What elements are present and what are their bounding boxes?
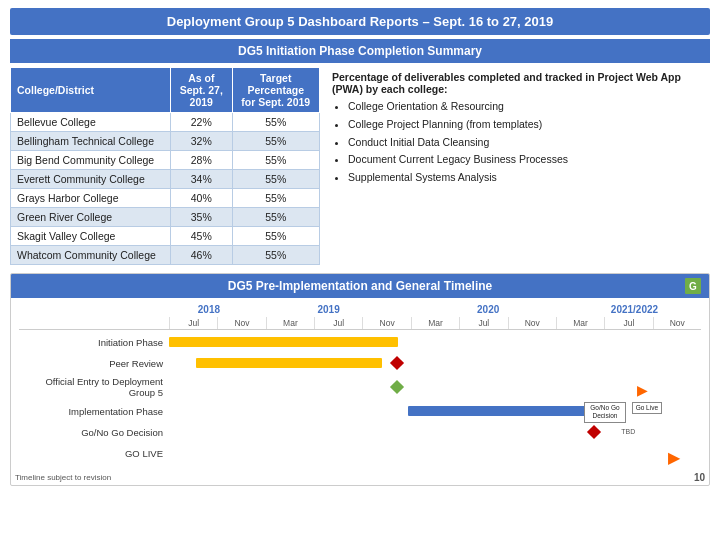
table-row: Grays Harbor College 40% 55% [11,189,320,208]
cell-target: 55% [232,151,319,170]
cell-asof: 35% [171,208,233,227]
initiation-section: College/District As ofSept. 27, 2019 Tar… [10,67,710,265]
page-number: 10 [694,472,705,483]
cell-college: Skagit Valley College [11,227,171,246]
tl-track-peer-review [169,356,701,370]
tl-label-official-entry: Official Entry to Deployment Group 5 [19,376,169,398]
cell-college: Whatcom Community College [11,246,171,265]
month-nov-2018: Nov [217,317,265,329]
month-jul-2018: Jul [169,317,217,329]
tbd-label: TBD [621,428,635,435]
year-2018: 2018 [169,304,249,315]
tl-label-golive: GO LIVE [19,448,169,459]
tl-bar-initiation [169,337,398,347]
g-badge: G [685,278,701,294]
tl-row-implementation: Implementation Phase Go/No GoDecision Go… [19,403,701,419]
col-header-asof: As ofSept. 27, 2019 [171,68,233,113]
tl-row-gonogo: Go/No Go Decision TBD [19,424,701,440]
cell-college: Grays Harbor College [11,189,171,208]
table-row: Skagit Valley College 45% 55% [11,227,320,246]
tl-arrow-golive: ▶ [668,448,680,467]
notes-item: Supplemental Systems Analysis [348,170,704,186]
notes-item: College Orientation & Resourcing [348,99,704,115]
timeline-header: DG5 Pre-Implementation and General Timel… [11,274,709,298]
tl-track-official-entry: ▶ [169,380,701,394]
table-header-row: College/District As ofSept. 27, 2019 Tar… [11,68,320,113]
tl-row-official-entry: Official Entry to Deployment Group 5 ▶ [19,376,701,398]
tl-bar-peer-review [196,358,382,368]
col-header-district: College/District [11,68,171,113]
month-mar-2020: Mar [411,317,459,329]
year-row: 2018 2019 2020 2021/2022 [19,304,701,315]
cell-asof: 28% [171,151,233,170]
tl-arrow-official-entry: ▶ [637,382,648,398]
notes-title: Percentage of deliverables completed and… [332,71,704,95]
cell-asof: 34% [171,170,233,189]
cell-target: 55% [232,113,319,132]
table-row: Everett Community College 34% 55% [11,170,320,189]
cell-target: 55% [232,170,319,189]
gonogo-box: Go/No GoDecision [584,402,626,423]
notes-box: Percentage of deliverables completed and… [326,67,710,265]
table-row: Whatcom Community College 46% 55% [11,246,320,265]
tl-label-initiation: Initiation Phase [19,337,169,348]
timeline-body: 2018 2019 2020 2021/2022 Jul Nov Mar Jul… [11,298,709,470]
initiation-section-header: DG5 Initiation Phase Completion Summary [10,39,710,63]
notes-item: College Project Planning (from templates… [348,117,704,133]
cell-target: 55% [232,208,319,227]
tl-row-peer-review: Peer Review [19,355,701,371]
cell-target: 55% [232,132,319,151]
revision-note: Timeline subject to revision [15,473,111,482]
month-mar-2021: Mar [556,317,604,329]
year-2021: 2021/2022 [568,304,701,315]
golive-box: Go Live [632,402,662,414]
cell-asof: 45% [171,227,233,246]
month-mar-2019: Mar [266,317,314,329]
cell-target: 55% [232,189,319,208]
timeline-title: DG5 Pre-Implementation and General Timel… [228,279,493,293]
month-jul-2021: Jul [604,317,652,329]
tl-track-initiation [169,335,701,349]
cell-target: 55% [232,227,319,246]
cell-target: 55% [232,246,319,265]
table-row: Green River College 35% 55% [11,208,320,227]
page-title: Deployment Group 5 Dashboard Reports – S… [10,8,710,35]
year-2019: 2019 [249,304,409,315]
timeline-section: DG5 Pre-Implementation and General Timel… [10,273,710,486]
cell-college: Bellingham Technical College [11,132,171,151]
cell-college: Green River College [11,208,171,227]
year-2020: 2020 [408,304,568,315]
cell-college: Bellevue College [11,113,171,132]
notes-item: Conduct Initial Data Cleansing [348,135,704,151]
tl-diamond-official-entry [390,380,404,394]
tl-row-initiation: Initiation Phase [19,334,701,350]
notes-item: Document Current Legacy Business Process… [348,152,704,168]
month-jul-2019: Jul [314,317,362,329]
tl-label-gonogo: Go/No Go Decision [19,427,169,438]
table-row: Big Bend Community College 28% 55% [11,151,320,170]
month-row: Jul Nov Mar Jul Nov Mar Jul Nov Mar Jul … [19,317,701,330]
tl-bar-implementation [408,406,594,416]
cell-asof: 32% [171,132,233,151]
main-wrapper: Deployment Group 5 Dashboard Reports – S… [0,0,720,494]
cell-college: Big Bend Community College [11,151,171,170]
tl-diamond-gonogo [587,425,601,439]
cell-asof: 46% [171,246,233,265]
notes-list: College Orientation & ResourcingCollege … [332,99,704,186]
tl-track-golive: ▶ [169,446,701,460]
tl-label-implementation: Implementation Phase [19,406,169,417]
cell-college: Everett Community College [11,170,171,189]
tl-diamond-peer-review [390,356,404,370]
completion-table-container: College/District As ofSept. 27, 2019 Tar… [10,67,320,265]
month-jul-2020: Jul [459,317,507,329]
month-nov-2021: Nov [653,317,701,329]
timeline-footer: Timeline subject to revision 10 [11,470,709,485]
month-nov-2019: Nov [362,317,410,329]
col-header-target: Target Percentagefor Sept. 2019 [232,68,319,113]
tl-label-peer-review: Peer Review [19,358,169,369]
completion-table: College/District As ofSept. 27, 2019 Tar… [10,67,320,265]
table-row: Bellevue College 22% 55% [11,113,320,132]
month-nov-2020: Nov [508,317,556,329]
cell-asof: 22% [171,113,233,132]
tl-row-golive: GO LIVE ▶ [19,445,701,461]
